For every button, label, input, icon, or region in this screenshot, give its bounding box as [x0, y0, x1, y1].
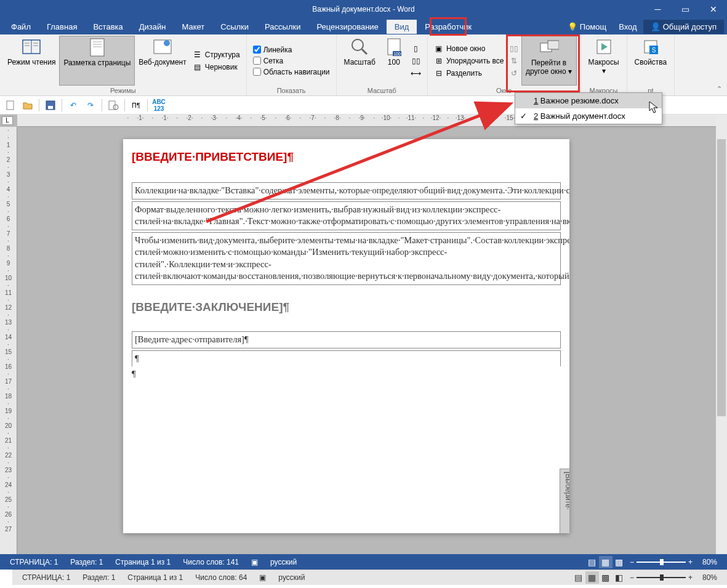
vertical-ruler[interactable]: ··1·2·3·4·5·6·7·8·9·10·11·12·13·14·15·16…: [0, 127, 17, 570]
menu-references[interactable]: Ссылки: [212, 20, 257, 34]
sync-scroll-button[interactable]: ⇅: [507, 55, 521, 67]
minimize-button[interactable]: ─: [644, 0, 672, 18]
switch-window-button[interactable]: Перейти вдругое окно ▾: [521, 36, 577, 86]
superscript-button[interactable]: П¶: [128, 98, 144, 113]
menu-developer[interactable]: Разработчик: [417, 20, 480, 34]
page-layout-button[interactable]: Разметка страницы: [59, 36, 135, 86]
grid-checkbox[interactable]: Сетка: [251, 55, 332, 66]
properties-button[interactable]: SСвойства: [631, 36, 671, 86]
macros-button[interactable]: Макросы▾: [585, 36, 623, 86]
outline-button[interactable]: ☰Структура: [190, 49, 243, 61]
status-proof-icon[interactable]: ▣: [245, 558, 264, 566]
status-section[interactable]: Раздел: 1: [64, 558, 109, 566]
login-button[interactable]: Вход: [613, 20, 643, 34]
svg-rect-26: [48, 106, 53, 109]
collapse-ribbon-button[interactable]: ⌃: [717, 85, 722, 93]
redo-button[interactable]: ↷: [82, 98, 98, 113]
open-button[interactable]: [20, 98, 36, 113]
status2-page-of[interactable]: Страница 1 из 1: [121, 573, 189, 582]
dropdown-item-2[interactable]: ✓2 Важный документ.docx: [515, 108, 662, 124]
doc-heading-1: [ВВЕДИТЕ·ПРИВЕТСТВИЕ]¶: [132, 150, 561, 164]
scrollbar-thumb[interactable]: [717, 139, 726, 416]
zoom-button[interactable]: Масштаб: [340, 36, 379, 86]
menu-review[interactable]: Рецензирование: [308, 20, 386, 34]
menu-home[interactable]: Главная: [39, 20, 85, 34]
menu-design[interactable]: Дизайн: [131, 20, 174, 34]
page-100-icon: 100: [384, 37, 404, 57]
new-doc-button[interactable]: [2, 98, 18, 113]
menu-file[interactable]: Файл: [3, 20, 39, 34]
print-layout-icon[interactable]: ▦: [599, 556, 613, 568]
split-button[interactable]: ⊟Разделить: [432, 67, 507, 79]
zoom-level[interactable]: 80%: [696, 558, 723, 566]
zoom-slider[interactable]: −+: [626, 558, 696, 566]
spell-check-button[interactable]: ABC123: [151, 98, 167, 113]
sharepoint-icon: S: [641, 37, 661, 57]
share-button[interactable]: 👤Общий доступ: [643, 20, 724, 34]
undo-button[interactable]: ↶: [65, 98, 81, 113]
ruler-corner[interactable]: L: [2, 116, 13, 125]
bulb-icon: 💡: [568, 22, 577, 31]
menu-bar: Файл Главная Вставка Дизайн Макет Ссылки…: [0, 18, 727, 34]
print-preview-button[interactable]: [105, 98, 121, 113]
save-button[interactable]: [42, 98, 58, 113]
menu-view[interactable]: Вид: [387, 20, 417, 34]
svg-point-11: [164, 40, 170, 46]
svg-point-12: [352, 39, 363, 50]
side-by-side-button[interactable]: ▯▯: [507, 42, 521, 55]
web-layout-icon[interactable]: ▩: [613, 556, 626, 568]
check-icon: ✓: [520, 111, 527, 121]
web-layout-icon-2[interactable]: ▩: [599, 571, 613, 584]
nav-checkbox[interactable]: Область навигации: [251, 66, 332, 78]
read-mode-icon[interactable]: ▤: [585, 556, 599, 568]
extra-view-icon[interactable]: ◧: [613, 571, 626, 584]
status2-language[interactable]: русский: [272, 573, 311, 582]
multi-page-icon: ▯▯: [411, 56, 421, 66]
new-window-button[interactable]: ▣Новое окно: [432, 42, 507, 55]
web-layout-button[interactable]: Веб-документ: [135, 36, 190, 86]
vertical-scrollbar[interactable]: [716, 115, 727, 570]
close-button[interactable]: ✕: [699, 0, 727, 18]
page-width-button[interactable]: ⟷: [409, 67, 424, 79]
status2-proof-icon[interactable]: ▣: [253, 573, 272, 582]
user-icon: 👤: [651, 22, 661, 31]
menu-mailings[interactable]: Рассылки: [257, 20, 308, 34]
title-bar: Важный документ.docx - Word ─ ▭ ✕: [0, 0, 727, 18]
svg-text:100: 100: [393, 52, 401, 56]
status-word-count[interactable]: Число слов: 141: [177, 558, 245, 566]
arrange-button[interactable]: ⊞Упорядочить все: [432, 55, 507, 67]
arrange-icon: ⊞: [434, 56, 444, 66]
status-page-of[interactable]: Страница 1 из 1: [109, 558, 177, 566]
sync-icon: ⇅: [509, 56, 519, 66]
one-page-icon: ▯: [411, 44, 421, 54]
document-page[interactable]: [ВВЕДИТЕ·ПРИВЕТСТВИЕ]¶ Коллекции·на·вкла…: [123, 139, 569, 533]
status2-word-count[interactable]: Число слов: 64: [189, 573, 253, 582]
group-show-label: Показать: [251, 86, 332, 94]
reset-window-button[interactable]: ↺: [507, 67, 521, 79]
one-page-button[interactable]: ▯: [409, 42, 424, 55]
menu-layout[interactable]: Макет: [174, 20, 212, 34]
new-window-icon: ▣: [434, 44, 444, 54]
zoom-level-2[interactable]: 80%: [696, 573, 723, 582]
doc-paragraph-5: ¶: [132, 350, 561, 367]
read-mode-icon-2[interactable]: ▤: [572, 571, 585, 584]
maximize-button[interactable]: ▭: [672, 0, 699, 18]
status-page[interactable]: СТРАНИЦА: 1: [4, 558, 64, 566]
ruler-checkbox[interactable]: Линейка: [251, 44, 332, 55]
draft-button[interactable]: ▤Черновик: [190, 61, 243, 73]
multi-page-button[interactable]: ▯▯: [409, 55, 424, 67]
dropdown-item-1[interactable]: 1 Важное резюме.docx: [515, 93, 662, 108]
print-layout-icon-2[interactable]: ▦: [585, 571, 599, 584]
status2-section[interactable]: Раздел: 1: [76, 573, 121, 582]
zoom-slider-2[interactable]: −+: [626, 573, 696, 582]
menu-insert[interactable]: Вставка: [85, 20, 131, 34]
help-button[interactable]: 💡Помощ: [561, 20, 613, 34]
document-area: L ··1···1···2···3···4···5···6···7···8···…: [0, 115, 727, 570]
document-title: Важный документ.docx - Word: [0, 5, 727, 14]
doc-paragraph-6: ¶: [132, 368, 561, 381]
read-mode-button[interactable]: Режим чтения: [4, 36, 59, 86]
status2-page[interactable]: СТРАНИЦА: 1: [16, 573, 76, 582]
doc-paragraph-3: Чтобы·изменить·вид·документа,·выберите·э…: [132, 232, 561, 285]
zoom-100-button[interactable]: 100100: [379, 36, 409, 86]
status-language[interactable]: русский: [264, 558, 303, 566]
